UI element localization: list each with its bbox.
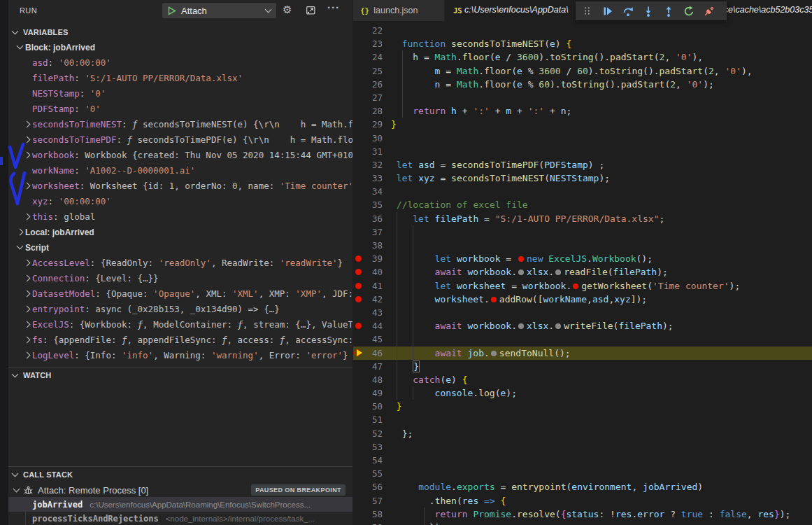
code-line[interactable]: 59 }) xyxy=(353,521,812,525)
code-line[interactable]: 35 //location of excel file xyxy=(353,198,812,211)
inline-breakpoint-candidate-icon[interactable] xyxy=(555,270,561,275)
chevron-right-icon[interactable] xyxy=(23,336,30,343)
inline-breakpoint-candidate-icon[interactable] xyxy=(518,323,524,329)
code-line[interactable]: 30 xyxy=(353,132,812,145)
code-line[interactable]: 31 xyxy=(353,145,812,158)
chevron-right-icon[interactable] xyxy=(23,305,30,312)
variable-row[interactable]: worksheet: Worksheet {id: 1, orderNo: 0,… xyxy=(8,178,352,193)
code-editor[interactable]: 2223 function secondsToTimeNEST(e) {24 h… xyxy=(353,21,812,525)
variable-row[interactable]: secondsToTimePDF: ƒ secondsToTimePDF(e) … xyxy=(8,132,352,147)
chevron-right-icon[interactable] xyxy=(23,136,30,143)
code-line[interactable]: 32 let asd = secondsToTimePDF(PDFStamp) … xyxy=(353,158,812,172)
breakpoint-icon[interactable] xyxy=(355,255,362,262)
breakpoint-gutter[interactable] xyxy=(353,323,364,329)
code-line[interactable]: 57 .then(res => { xyxy=(353,494,812,507)
chevron-right-icon[interactable] xyxy=(23,213,30,220)
code-line[interactable]: 41 let worksheet = workbook.getWorksheet… xyxy=(353,279,812,293)
code-line[interactable]: 48 catch(e) { xyxy=(353,373,812,386)
code-line[interactable]: 22 xyxy=(353,24,812,37)
code-line[interactable]: 36 let filePath = "S:/1-AUTO PP/ERROR/Da… xyxy=(353,212,812,225)
code-line[interactable]: 55 xyxy=(353,467,812,480)
variable-row[interactable]: xyz: '00:00:00' xyxy=(8,193,352,209)
step-over-button[interactable] xyxy=(618,1,638,20)
callstack-section-header[interactable]: CALL STACK xyxy=(8,468,352,482)
variable-row[interactable]: PDFStamp: '0' xyxy=(8,101,352,116)
code-line[interactable]: 33 let xyz = secondsToTimeNEST(NESTStamp… xyxy=(353,172,812,185)
inline-breakpoint-candidate-icon[interactable] xyxy=(555,323,561,329)
step-out-button[interactable] xyxy=(658,1,678,20)
breakpoint-gutter[interactable] xyxy=(353,283,364,289)
variable-row[interactable]: entrypoint: async (_0x28b153, _0x134d90)… xyxy=(8,301,352,316)
chevron-right-icon[interactable] xyxy=(23,259,30,266)
variable-row[interactable]: Local: jobArrived xyxy=(8,224,352,239)
code-line[interactable]: 29} xyxy=(353,118,812,131)
code-line[interactable]: 44 await workbook.xlsx.writeFile(filePat… xyxy=(353,319,812,332)
code-line[interactable]: 52 }; xyxy=(353,427,812,440)
code-line[interactable]: 53 xyxy=(353,440,812,454)
code-line[interactable]: 42 worksheet.addRow([workName,asd,xyz]); xyxy=(353,293,812,306)
code-line[interactable]: 39 let workbook = new ExcelJS.Workbook()… xyxy=(353,252,812,265)
code-line[interactable]: 54 xyxy=(353,454,812,467)
breakpoint-gutter[interactable] xyxy=(353,349,364,358)
inline-breakpoint-icon[interactable] xyxy=(573,284,578,289)
code-line[interactable]: 27 xyxy=(353,91,812,104)
code-line[interactable]: 26 n = Math.floor(e % 60).toString().pad… xyxy=(353,78,812,91)
code-line[interactable]: 47 } xyxy=(353,360,812,373)
tab-launch-json[interactable]: {} launch.json xyxy=(353,0,445,21)
inline-breakpoint-candidate-icon[interactable] xyxy=(518,270,524,275)
variable-row[interactable]: secondsToTimeNEST: ƒ secondsToTimeNEST(e… xyxy=(8,116,352,132)
chevron-right-icon[interactable] xyxy=(23,120,30,127)
variable-row[interactable]: DatasetModel: {Opaque: 'Opaque', XML: 'X… xyxy=(8,286,352,301)
chevron-right-icon[interactable] xyxy=(23,151,30,158)
variable-row[interactable]: Connection: {Level: {…}} xyxy=(8,270,352,286)
code-line[interactable]: 40 await workbook.xlsx.readFile(filePath… xyxy=(353,265,812,279)
chevron-down-icon[interactable] xyxy=(16,43,23,50)
code-line[interactable]: 45 xyxy=(353,332,812,346)
variable-row[interactable]: Block: jobArrived xyxy=(8,39,352,55)
variable-row[interactable]: filePath: 'S:/1-AUTO PP/ERROR/Data.xlsx' xyxy=(8,70,352,85)
debug-console-icon[interactable] xyxy=(305,4,317,18)
chevron-right-icon[interactable] xyxy=(23,182,30,189)
code-line[interactable]: 50 } xyxy=(353,400,812,413)
chevron-right-icon[interactable] xyxy=(16,228,23,235)
breakpoint-gutter[interactable] xyxy=(353,269,364,275)
chevron-right-icon[interactable] xyxy=(23,290,30,297)
variable-row[interactable]: workbook: Workbook {created: Thu Nov 05 … xyxy=(8,147,352,162)
variable-row[interactable]: this: global xyxy=(8,209,352,224)
breakpoint-icon[interactable] xyxy=(355,323,362,329)
code-line[interactable]: 34 xyxy=(353,185,812,198)
continue-button[interactable] xyxy=(597,1,618,20)
debug-session-row[interactable]: Attach: Remote Process [0] PAUSED ON BRE… xyxy=(8,483,352,497)
code-line[interactable]: 24 h = Math.floor(e / 3600).toString().p… xyxy=(353,50,812,64)
breakpoint-icon[interactable] xyxy=(355,296,362,302)
restart-button[interactable] xyxy=(678,1,699,20)
stack-frame-row[interactable]: processTicksAndRejections <node_internal… xyxy=(8,512,352,525)
code-line[interactable]: 38 xyxy=(353,239,812,252)
variable-row[interactable]: workName: 'A1002--D-0000001.ai' xyxy=(8,162,352,178)
inline-breakpoint-icon[interactable] xyxy=(491,297,497,302)
code-line[interactable]: 58 return Promise.resolve({status: !res.… xyxy=(353,507,812,521)
chevron-right-icon[interactable] xyxy=(23,274,30,281)
breakpoint-icon[interactable] xyxy=(355,269,362,275)
variable-row[interactable]: fs: {appendFile: ƒ, appendFileSync: ƒ, a… xyxy=(8,332,352,347)
breakpoint-icon[interactable] xyxy=(355,283,362,289)
inline-breakpoint-icon[interactable] xyxy=(518,256,524,262)
variable-row[interactable]: NESTStamp: '0' xyxy=(8,85,352,101)
step-into-button[interactable] xyxy=(638,1,658,20)
variable-row[interactable]: asd: '00:00:00' xyxy=(8,55,352,70)
code-line[interactable]: 25 m = Math.floor(e % 3600 / 60).toStrin… xyxy=(353,64,812,78)
variable-row[interactable]: Script xyxy=(8,239,352,255)
code-line[interactable]: 49 console.log(e); xyxy=(353,386,812,400)
breakpoint-gutter[interactable] xyxy=(353,255,364,262)
variable-row[interactable]: AccessLevel: {ReadOnly: 'readOnly', Read… xyxy=(8,255,352,270)
gear-icon[interactable]: ⚙ xyxy=(283,4,292,16)
inline-breakpoint-candidate-icon[interactable] xyxy=(491,351,497,356)
code-line-current[interactable]: 46 await job.sendToNull(); xyxy=(353,346,812,360)
drag-handle-icon[interactable] xyxy=(577,1,597,20)
watch-section-header[interactable]: WATCH xyxy=(8,368,352,382)
chevron-right-icon[interactable] xyxy=(23,351,30,358)
chevron-down-icon[interactable] xyxy=(16,243,23,250)
more-actions-icon[interactable]: ··· xyxy=(327,1,340,13)
disconnect-button[interactable] xyxy=(699,1,719,20)
variable-row[interactable]: LogLevel: {Info: 'info', Warning: 'warni… xyxy=(8,347,352,363)
